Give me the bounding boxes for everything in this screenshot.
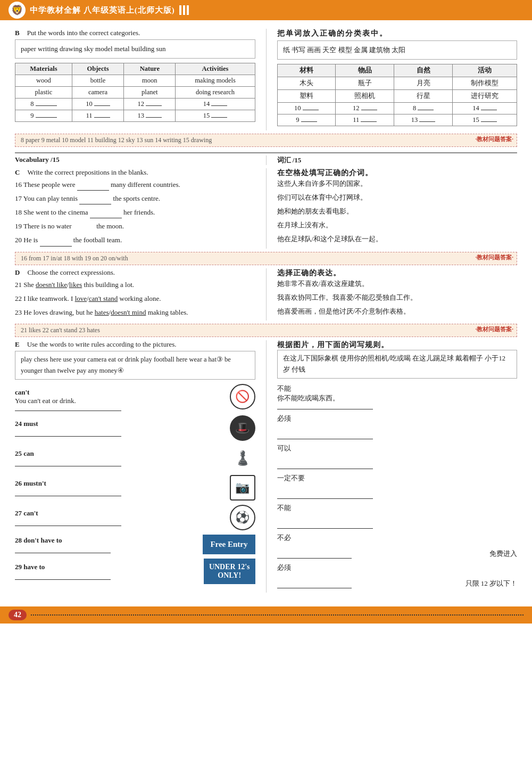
e-item-25: 25 can ♟️ [15,445,255,471]
cell: moon [124,75,176,87]
table-row: 8 10 12 14 [15,99,255,110]
section-c-header: C Write the correct prepositions in the … [15,168,255,177]
bar3 [187,5,189,15]
e-item-29: 29 have to UNDER 12's ONLY! [15,559,255,584]
e-26-text: 26 mustn't [15,479,226,496]
section-e-items: can't You can't eat or drink. 🚫 24 must [15,384,517,593]
e-26-label: 26 mustn't [15,479,226,488]
e-25-blank [15,458,121,466]
e-cant-text: can't You can't eat or drink. [15,388,226,405]
c-item-17-num: 17 You can play tennis [15,194,79,202]
col-nature: Nature [124,63,176,75]
cell: 进行研究 [452,90,517,103]
table-row: 10 12 8 14 [277,103,517,114]
e-cant-example: You can't eat or drink. [15,397,226,405]
answer-badge-b: ·教材问题答案· [476,135,514,143]
cn-e-cant: 不能 你不能吃或喝东西。 [277,384,518,409]
section-b-instruction: Put the words into the correct categorie… [27,29,140,37]
e-item-28: 28 don't have to Free Entry [15,535,255,554]
col-materials: Materials [15,63,72,75]
cn-c-item-17: 你们可以在体育中心打网球。 [277,192,518,203]
cell: 塑料 [277,90,336,103]
cell: 行星 [394,90,453,103]
e-29-text: 29 have to [15,563,200,580]
cn-c-item-19: 在月球上没有水。 [277,219,518,231]
c-blank-20 [40,246,72,247]
cn-24-word: 必须 [277,414,518,423]
c-item-19: 19 There is no water the moon. [15,220,255,232]
cell: camera [72,87,123,99]
e-26-icon: 📷 [230,475,255,501]
cell: planet [124,87,176,99]
cn-27-blank [277,513,373,529]
vocab-left: Vocabulary /15 [15,155,255,165]
answer-d-text: 21 likes 22 can't stand 23 hates [21,326,100,334]
d-23-opt2: doesn't mind [111,308,146,316]
section-d-header: D Choose the correct expressions. [15,268,255,277]
cn-e-29: 必须 只限 12 岁以下！ [277,563,518,588]
cell: doing research [176,87,255,99]
cell: 10 [277,103,336,114]
table-row: 9 11 13 15 [277,114,517,126]
c-item-18-num: 18 She went to the cinema [15,208,90,216]
c-item-17: 17 You can play tennis the sports centre… [15,193,255,204]
cell: 8 [15,99,72,110]
content-area: B Put the words into the correct categor… [0,20,532,601]
category-table: Materials Objects Nature Activities wood… [15,63,255,122]
under12-line1: UNDER 12's [209,563,250,571]
cn-d-item-23: 他喜爱画画，但是他讨厌/不介意制作表格。 [277,306,518,317]
cell: 制作模型 [452,77,517,90]
col-activities: Activities [176,63,255,75]
d-item-22: 22 I like teamwork. I love/can't stand w… [15,293,255,305]
cn-28-group: 不必 [277,533,352,559]
section-b-right: 把单词放入正确的分类表中。 纸 书写 画画 天空 模型 金属 建筑物 太阳 材料… [266,29,518,130]
table-row: plastic camera planet doing research [15,87,255,99]
c-item-20-num: 20 He is [15,236,40,244]
cell: bottle [72,75,123,87]
e-24-icon: 🎩 [230,415,255,441]
vocab-label: Vocabulary [15,155,49,163]
cn-29-group: 必须 [277,563,352,588]
e-24-blank [15,428,121,437]
e-27-label: 27 can't [15,509,226,518]
cn-category-table: 材料 物品 自然 活动 木头 瓶子 月亮 制作模型 [277,64,518,126]
c-blank-16 [77,190,109,191]
table-row: 木头 瓶子 月亮 制作模型 [277,77,517,90]
e-28-blank [15,545,111,553]
logo: 🦁 [9,2,26,19]
cn-26-word: 一定不要 [277,473,518,483]
e-item-cant: can't You can't eat or drink. 🚫 [15,384,255,411]
d-item-21: 21 She doesn't like/likes this building … [15,279,255,291]
header-title: 中学教材全解 八年级英语上(北师大版) [30,5,175,15]
d-22-opt1: love [75,294,87,302]
cell: 11 [336,114,394,126]
cn-c-item-20: 他在足球队/和这个足球队在一起。 [277,233,518,245]
cell: 月亮 [394,77,453,90]
cn-b-instruction: 把单词放入正确的分类表中。 [277,29,518,38]
answer-b-text: 8 paper 9 metal 10 model 11 building 12 … [21,136,212,144]
cn-29-blank [277,572,352,588]
cn-27-word: 不能 [277,503,518,513]
cell: 13 [124,110,176,122]
page: 🦁 中学教材全解 八年级英语上(北师大版) B Put the words in… [0,0,532,771]
cn-words-list: 纸 书写 画画 天空 模型 金属 建筑物 太阳 [283,46,406,54]
section-c-instruction: Write the correct prepositions in the bl… [27,168,148,177]
e-27-text: 27 can't [15,509,226,526]
c-item-16-rest: many different countries. [111,181,180,188]
d-22-opt2: can't stand [89,294,118,302]
cell: 15 [176,110,255,122]
e-item-24: 24 must 🎩 [15,415,255,441]
table-row: 塑料 照相机 行星 进行研究 [277,90,517,103]
under12-line2: ONLY! [209,571,250,580]
e-29-blank [15,571,111,580]
cn-e-24: 必须 [277,414,518,439]
page-number: 42 [9,610,27,620]
section-d-left: D Choose the correct expressions. 21 She… [15,268,255,321]
section-b-container: B Put the words into the correct categor… [15,29,517,130]
section-d-container: D Choose the correct expressions. 21 She… [15,268,517,321]
answer-badge-d: ·教材问题答案· [476,325,514,333]
e-cant-icon: 🚫 [230,384,255,409]
cn-col-objects: 物品 [336,64,394,77]
cell: 13 [394,114,453,126]
section-e-left: can't You can't eat or drink. 🚫 24 must [15,384,255,593]
